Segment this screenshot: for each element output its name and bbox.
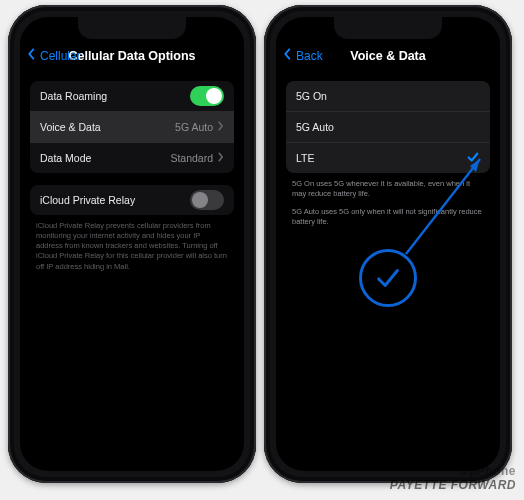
label-data-roaming: Data Roaming xyxy=(40,90,107,102)
option-5g-on[interactable]: 5G On xyxy=(286,81,490,111)
label-data-mode: Data Mode xyxy=(40,152,91,164)
toggle-knob xyxy=(206,88,222,104)
option-label: 5G Auto xyxy=(296,121,334,133)
mode-value-text: Standard xyxy=(170,152,213,164)
value-voice-and-data: 5G Auto xyxy=(175,121,224,133)
footer-5g-auto: 5G Auto uses 5G only when it will not si… xyxy=(292,207,484,227)
chevron-left-icon xyxy=(282,47,294,64)
chevron-right-icon xyxy=(217,152,224,164)
row-data-mode[interactable]: Data Mode Standard xyxy=(30,142,234,173)
toggle-private-relay[interactable] xyxy=(190,190,224,210)
chevron-right-icon xyxy=(217,121,224,133)
back-label: Cellular xyxy=(40,49,81,63)
phone-cellular-data-options: Cellular Cellular Data Options Data Roam… xyxy=(8,5,256,483)
value-data-mode: Standard xyxy=(170,152,224,164)
back-label: Back xyxy=(296,49,323,63)
phone-voice-and-data: Back Voice & Data 5G On 5G Auto LTE xyxy=(264,5,512,483)
label-voice-and-data: Voice & Data xyxy=(40,121,101,133)
back-button-cellular[interactable]: Cellular xyxy=(26,47,81,64)
toggle-data-roaming[interactable] xyxy=(190,86,224,106)
row-voice-and-data[interactable]: Voice & Data 5G Auto xyxy=(30,111,234,142)
settings-group-2: iCloud Private Relay xyxy=(30,185,234,215)
notch xyxy=(78,17,186,39)
label-private-relay: iCloud Private Relay xyxy=(40,194,135,206)
row-data-roaming[interactable]: Data Roaming xyxy=(30,81,234,111)
checkmark-icon xyxy=(466,150,480,166)
chevron-left-icon xyxy=(26,47,38,64)
option-5g-auto[interactable]: 5G Auto xyxy=(286,111,490,142)
notch xyxy=(334,17,442,39)
screen-right: Back Voice & Data 5G On 5G Auto LTE xyxy=(276,17,500,471)
annotation-circle xyxy=(359,249,417,307)
screen-left: Cellular Cellular Data Options Data Roam… xyxy=(20,17,244,471)
page-title: Cellular Data Options xyxy=(68,49,195,63)
footer-private-relay: iCloud Private Relay prevents cellular p… xyxy=(36,221,228,272)
option-label: 5G On xyxy=(296,90,327,102)
voice-value-text: 5G Auto xyxy=(175,121,213,133)
toggle-knob xyxy=(192,192,208,208)
footer-5g-on: 5G On uses 5G whenever it is available, … xyxy=(292,179,484,199)
option-lte[interactable]: LTE xyxy=(286,142,490,173)
back-button[interactable]: Back xyxy=(282,47,323,64)
row-private-relay[interactable]: iCloud Private Relay xyxy=(30,185,234,215)
page-title: Voice & Data xyxy=(350,49,426,63)
option-label: LTE xyxy=(296,152,314,164)
options-group: 5G On 5G Auto LTE xyxy=(286,81,490,173)
settings-group-1: Data Roaming Voice & Data 5G Auto xyxy=(30,81,234,173)
